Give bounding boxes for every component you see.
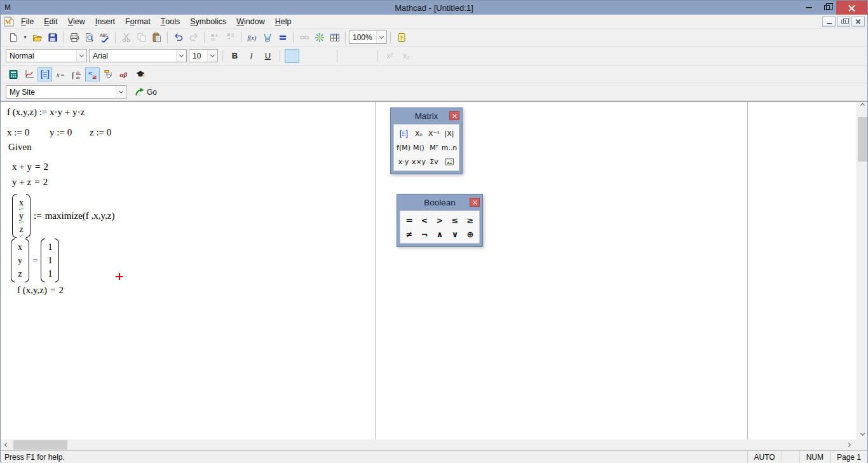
- matrix-toolbar-button[interactable]: [37, 67, 52, 81]
- not-button[interactable]: ¬: [417, 227, 432, 241]
- scroll-right-button[interactable]: [844, 439, 855, 450]
- bold-button[interactable]: B: [227, 49, 242, 63]
- menu-edit[interactable]: Edit: [39, 15, 63, 28]
- close-button[interactable]: [470, 198, 480, 207]
- combo-dropdown-icon[interactable]: [76, 50, 86, 62]
- math-region-constraint-1[interactable]: x + y = 2: [12, 162, 48, 172]
- greater-equal-button[interactable]: ≥: [463, 213, 478, 227]
- copy-button[interactable]: [134, 31, 149, 45]
- math-region-given[interactable]: Given: [8, 142, 32, 153]
- evaluation-toolbar-button[interactable]: [53, 67, 68, 81]
- undo-button[interactable]: [171, 31, 186, 45]
- not-equal-button[interactable]: ≠: [402, 227, 417, 241]
- print-preview-button[interactable]: [82, 31, 97, 45]
- scroll-left-button[interactable]: [1, 439, 11, 450]
- subscript-button[interactable]: x₂: [399, 49, 414, 63]
- horizontal-scrollbar[interactable]: [1, 439, 867, 450]
- worksheet[interactable]: f (x,y,z) := x·y + y·z x := 0 y := 0 z :…: [1, 101, 867, 439]
- math-region-solve-block[interactable]: xyz := maximize(f ,x,y,z): [12, 194, 114, 238]
- vector-sum-button[interactable]: Σv: [426, 155, 442, 169]
- resources-combo[interactable]: My Site: [6, 85, 126, 99]
- scroll-down-button[interactable]: [857, 429, 867, 439]
- font-combo[interactable]: Arial: [89, 49, 187, 62]
- save-button[interactable]: [45, 31, 60, 45]
- boolean-palette-titlebar[interactable]: Boolean: [397, 195, 482, 211]
- title-bar[interactable]: M Mathcad - [Untitled:1]: [1, 1, 867, 15]
- matrix-column-button[interactable]: M⟨⟩: [411, 141, 426, 155]
- math-region-assign-z[interactable]: z := 0: [90, 127, 111, 138]
- inverse-button[interactable]: X⁻¹: [426, 127, 442, 141]
- insert-matrix-button[interactable]: [396, 127, 411, 141]
- align-regions-button[interactable]: [208, 31, 222, 45]
- insert-unit-button[interactable]: [260, 31, 275, 45]
- menu-symbolics[interactable]: Symbolics: [185, 15, 231, 28]
- programming-toolbar-button[interactable]: [101, 67, 116, 81]
- restore-button[interactable]: [818, 1, 836, 15]
- cross-product-button[interactable]: x×y: [411, 155, 426, 169]
- close-button[interactable]: [449, 111, 459, 120]
- scroll-up-button[interactable]: [857, 102, 867, 113]
- math-region-function-definition[interactable]: f (x,y,z) := x·y + y·z: [7, 107, 85, 118]
- redo-button[interactable]: [186, 31, 201, 45]
- insert-table-button[interactable]: [327, 31, 342, 45]
- greek-toolbar-button[interactable]: [117, 67, 132, 81]
- combo-dropdown-icon[interactable]: [207, 50, 217, 62]
- math-region-assign-y[interactable]: y := 0: [50, 127, 72, 138]
- range-variable-button[interactable]: m..n: [442, 141, 457, 155]
- vertical-scrollbar[interactable]: [857, 102, 867, 439]
- menu-file[interactable]: File: [16, 15, 39, 28]
- insert-function-button[interactable]: [245, 31, 259, 45]
- math-region-assign-x[interactable]: x := 0: [7, 127, 29, 138]
- symbolic-toolbar-button[interactable]: [133, 67, 147, 81]
- size-combo[interactable]: 10: [189, 49, 218, 62]
- determinant-button[interactable]: |X|: [442, 127, 457, 141]
- menu-format[interactable]: Format: [120, 15, 156, 28]
- math-region-result-vector[interactable]: xyz = 111: [11, 238, 59, 282]
- matrix-palette[interactable]: Matrix Xₙ X⁻¹ |X|: [390, 107, 463, 174]
- less-than-button[interactable]: <: [417, 213, 432, 227]
- math-region-function-evaluation[interactable]: f (x,y,z) = 2: [17, 285, 64, 296]
- superscript-button[interactable]: x²: [383, 49, 397, 63]
- subscript-operator-button[interactable]: Xₙ: [411, 127, 426, 141]
- child-restore-button[interactable]: [837, 17, 850, 27]
- calculus-toolbar-button[interactable]: [69, 67, 84, 81]
- child-close-button[interactable]: [851, 17, 865, 27]
- zoom-combo[interactable]: 100%: [349, 31, 387, 44]
- math-region-constraint-2[interactable]: y + z = 2: [12, 177, 48, 188]
- menu-view[interactable]: View: [63, 15, 90, 28]
- style-combo[interactable]: Normal: [6, 49, 87, 62]
- bool-equals-button[interactable]: =: [402, 213, 417, 227]
- xor-button[interactable]: ⊕: [463, 227, 478, 241]
- picture-button[interactable]: [442, 155, 457, 169]
- bullets-button[interactable]: [342, 49, 356, 63]
- greater-than-button[interactable]: >: [432, 213, 447, 227]
- separate-regions-button[interactable]: [223, 31, 238, 45]
- dot-product-button[interactable]: x·y: [396, 155, 411, 169]
- new-button[interactable]: [6, 31, 20, 45]
- close-button[interactable]: [836, 1, 867, 15]
- and-button[interactable]: ∧: [432, 227, 447, 241]
- hyperlink-button[interactable]: [297, 31, 311, 45]
- menu-window[interactable]: Window: [231, 15, 269, 28]
- vectorize-button[interactable]: f(M): [396, 141, 411, 155]
- align-center-button[interactable]: [301, 49, 316, 63]
- italic-button[interactable]: I: [244, 49, 259, 63]
- less-equal-button[interactable]: ≤: [447, 213, 463, 227]
- help-button[interactable]: [394, 31, 409, 45]
- align-left-button[interactable]: [285, 49, 299, 63]
- combo-dropdown-icon[interactable]: [116, 86, 126, 98]
- menu-tools[interactable]: Tools: [156, 15, 186, 28]
- combo-dropdown-icon[interactable]: [376, 31, 386, 43]
- or-button[interactable]: ∨: [447, 227, 463, 241]
- print-button[interactable]: [67, 31, 81, 45]
- menu-help[interactable]: Help: [270, 15, 297, 28]
- minimize-button[interactable]: [799, 1, 818, 15]
- graph-toolbar-button[interactable]: [22, 67, 36, 81]
- go-button[interactable]: Go: [130, 85, 161, 99]
- matrix-palette-titlebar[interactable]: Matrix: [391, 108, 462, 124]
- boolean-toolbar-button[interactable]: [85, 67, 100, 81]
- cut-button[interactable]: [119, 31, 133, 45]
- underline-button[interactable]: U: [261, 49, 275, 63]
- paste-button[interactable]: [149, 31, 164, 45]
- vertical-scrollbar-thumb[interactable]: [858, 117, 867, 162]
